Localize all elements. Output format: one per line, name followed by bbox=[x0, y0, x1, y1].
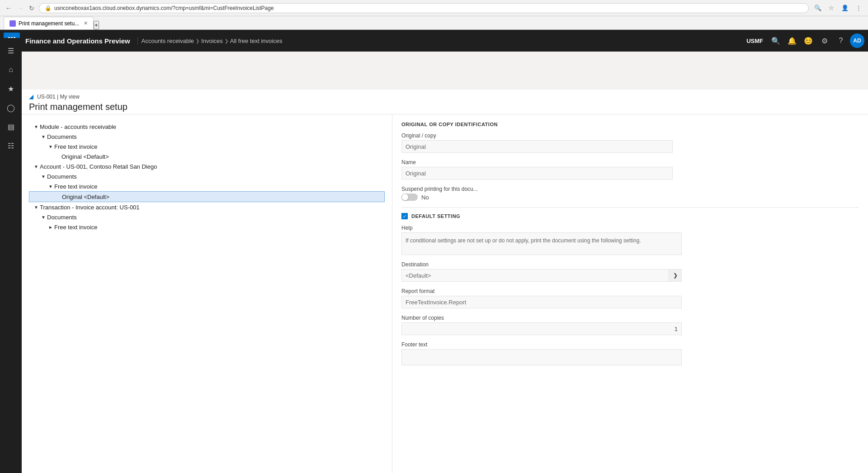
sidebar-modules-button[interactable]: ☷ bbox=[2, 137, 20, 155]
tree-item-documents-3[interactable]: ▼ Documents bbox=[29, 212, 385, 222]
bookmark-button[interactable]: ☆ bbox=[826, 4, 837, 12]
tree-item-free-text-1[interactable]: ▼ Free text invoice bbox=[29, 142, 385, 151]
tree-label-3: Free text invoice bbox=[54, 143, 97, 150]
footer-label: Footer text bbox=[401, 341, 859, 348]
app-name: Finance and Operations Preview bbox=[24, 37, 138, 45]
lock-icon: 🔒 bbox=[45, 5, 52, 11]
section-divider bbox=[401, 207, 859, 208]
breadcrumb-accounts-receivable[interactable]: Accounts receivable bbox=[142, 38, 194, 44]
sidebar-recent-button[interactable]: ◯ bbox=[2, 99, 20, 117]
tree-label-6: Documents bbox=[47, 173, 77, 180]
copies-value[interactable]: 1 bbox=[401, 322, 682, 335]
tree-item-module[interactable]: ▼ Module - accounts receivable bbox=[29, 122, 385, 132]
sidebar-menu-button[interactable]: ☰ bbox=[2, 42, 20, 60]
refresh-button[interactable]: ↻ bbox=[27, 4, 36, 13]
destination-row: <Default> ❯ bbox=[401, 269, 682, 282]
field-suspend: Suspend printing for this docu... No bbox=[401, 186, 859, 201]
name-value: Original bbox=[401, 167, 673, 180]
company-selector[interactable]: USMF bbox=[746, 38, 763, 44]
tree-label-5: Account - US-001, Contoso Retail San Die… bbox=[40, 163, 157, 170]
tree-label-2: Documents bbox=[47, 133, 77, 140]
grid-icon: ▤ bbox=[8, 123, 14, 131]
breadcrumb-all-free-text[interactable]: All free text invoices bbox=[230, 38, 283, 44]
report-format-label: Report format bbox=[401, 288, 859, 294]
tree-item-free-text-3[interactable]: ► Free text invoice bbox=[29, 222, 385, 232]
filter-icon: ◢ bbox=[29, 93, 33, 100]
footer-value[interactable] bbox=[401, 349, 682, 365]
suspend-label: Suspend printing for this docu... bbox=[401, 186, 859, 192]
tree-toggle-7[interactable]: ▼ bbox=[47, 183, 54, 190]
tree-toggle-6[interactable]: ▼ bbox=[40, 173, 47, 180]
more-button[interactable]: ⋮ bbox=[853, 4, 864, 12]
tree-toggle-3[interactable]: ▼ bbox=[47, 143, 54, 150]
tree-item-original-1[interactable]: Original <Default> bbox=[29, 151, 385, 161]
toggle-knob bbox=[402, 194, 408, 200]
home-icon: ⌂ bbox=[9, 66, 13, 74]
tree-toggle-11[interactable]: ► bbox=[47, 223, 54, 231]
address-bar[interactable]: 🔒 usnconeboxax1aos.cloud.onebox.dynamics… bbox=[39, 3, 809, 13]
report-format-text: FreeTextInvoice.Report bbox=[406, 299, 466, 306]
tree-toggle-4 bbox=[54, 153, 61, 160]
original-copy-value: Original bbox=[401, 140, 673, 153]
close-tab-button[interactable]: ✕ bbox=[84, 20, 88, 26]
suspend-toggle-label: No bbox=[421, 194, 429, 201]
feedback-button[interactable]: 😊 bbox=[801, 33, 816, 48]
profile-button[interactable]: 👤 bbox=[839, 4, 851, 12]
help-button[interactable]: ? bbox=[834, 33, 848, 48]
view-selector[interactable]: US-001 | My view bbox=[37, 94, 80, 100]
tree-label-9: Transaction - Invoice account: US-001 bbox=[40, 204, 140, 211]
sidebar-home-button[interactable]: ⌂ bbox=[2, 61, 20, 79]
user-avatar[interactable]: AD bbox=[850, 33, 864, 48]
tree-toggle-9[interactable]: ▼ bbox=[33, 203, 40, 211]
destination-navigate-button[interactable]: ❯ bbox=[669, 269, 682, 282]
field-name: Name Original bbox=[401, 159, 859, 180]
tree-item-documents-1[interactable]: ▼ Documents bbox=[29, 132, 385, 142]
url-text: usnconeboxax1aos.cloud.onebox.dynamics.c… bbox=[54, 5, 274, 11]
right-panel: ORIGINAL OR COPY IDENTIFICATION Original… bbox=[392, 114, 868, 473]
default-setting-checkbox[interactable]: ✓ bbox=[401, 213, 408, 219]
browser-nav-buttons: ← → ↻ bbox=[4, 4, 36, 13]
back-button[interactable]: ← bbox=[4, 4, 14, 13]
sidebar-workspaces-button[interactable]: ▤ bbox=[2, 118, 20, 136]
content-area: ▼ Module - accounts receivable ▼ Documen… bbox=[22, 114, 868, 473]
tree-toggle-8 bbox=[55, 193, 62, 200]
zoom-button[interactable]: 🔍 bbox=[811, 4, 824, 12]
destination-text: <Default> bbox=[406, 272, 431, 279]
active-tab[interactable]: Print management setu... ✕ bbox=[4, 17, 94, 29]
tree-label-4: Original <Default> bbox=[61, 153, 109, 160]
sidebar-favorites-button[interactable]: ★ bbox=[2, 80, 20, 98]
new-tab-button[interactable]: + bbox=[94, 21, 99, 29]
breadcrumb-sep-1: ❯ bbox=[196, 38, 199, 43]
help-text-content: If conditional settings are not set up o… bbox=[406, 237, 641, 244]
nav-breadcrumb: Accounts receivable ❯ Invoices ❯ All fre… bbox=[142, 38, 746, 44]
suspend-toggle-row: No bbox=[401, 194, 859, 201]
page-title: Print management setup bbox=[29, 102, 861, 112]
tree-panel: ▼ Module - accounts receivable ▼ Documen… bbox=[22, 114, 392, 473]
tree-item-original-2-selected[interactable]: Original <Default> bbox=[29, 191, 385, 202]
tree-toggle-1[interactable]: ▼ bbox=[33, 123, 40, 130]
breadcrumb-invoices[interactable]: Invoices bbox=[201, 38, 223, 44]
tree-item-documents-2[interactable]: ▼ Documents bbox=[29, 171, 385, 181]
default-section-title: DEFAULT SETTING bbox=[411, 213, 460, 219]
tree-toggle-5[interactable]: ▼ bbox=[33, 163, 40, 170]
field-copies: Number of copies 1 bbox=[401, 315, 859, 335]
forward-button[interactable]: → bbox=[15, 4, 25, 13]
clock-icon: ◯ bbox=[7, 104, 15, 112]
report-format-value: FreeTextInvoice.Report bbox=[401, 296, 682, 308]
tree-item-free-text-2[interactable]: ▼ Free text invoice bbox=[29, 181, 385, 191]
main-content: ◢ US-001 | My view Print management setu… bbox=[22, 90, 868, 473]
tree-label-11: Free text invoice bbox=[54, 224, 97, 231]
tree-label-1: Module - accounts receivable bbox=[40, 123, 116, 130]
destination-value: <Default> bbox=[401, 269, 669, 282]
search-button[interactable]: 🔍 bbox=[769, 33, 783, 48]
tree-item-transaction[interactable]: ▼ Transaction - Invoice account: US-001 bbox=[29, 202, 385, 212]
nav-right-area: USMF 🔍 🔔 😊 ⚙ ? AD bbox=[746, 33, 864, 48]
tree-toggle-10[interactable]: ▼ bbox=[40, 213, 47, 221]
tree-item-account[interactable]: ▼ Account - US-001, Contoso Retail San D… bbox=[29, 161, 385, 171]
tree-toggle-2[interactable]: ▼ bbox=[40, 133, 47, 140]
notifications-button[interactable]: 🔔 bbox=[785, 33, 799, 48]
suspend-toggle[interactable] bbox=[401, 194, 418, 201]
help-section: Help If conditional settings are not set… bbox=[401, 225, 859, 255]
settings-button[interactable]: ⚙ bbox=[817, 33, 832, 48]
tree-label-10: Documents bbox=[47, 214, 77, 221]
